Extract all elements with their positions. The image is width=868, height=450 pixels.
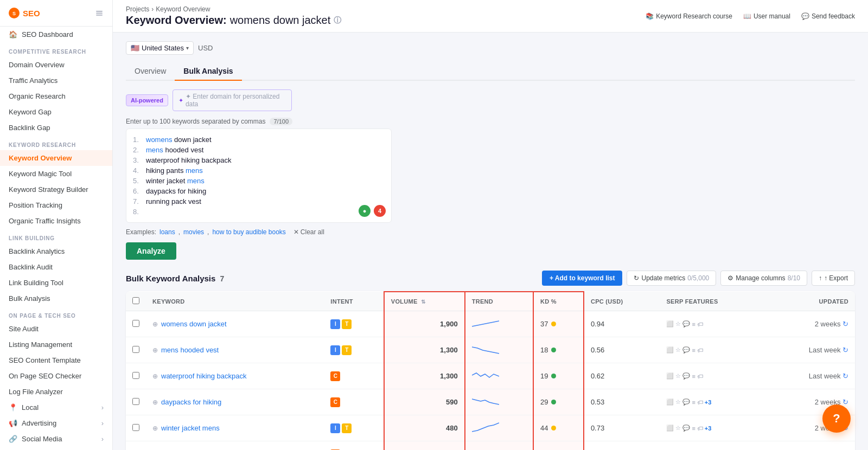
sidebar-item-social-media[interactable]: 🔗 Social Media › xyxy=(0,431,112,447)
select-all-checkbox[interactable] xyxy=(132,297,139,304)
th-select-all[interactable] xyxy=(126,292,146,311)
tab-overview[interactable]: Overview xyxy=(126,62,175,81)
sidebar-item-position-tracking[interactable]: Position Tracking xyxy=(0,197,112,213)
sidebar-item-advertising[interactable]: 📢 Advertising › xyxy=(0,415,112,431)
sidebar-item-backlink-analytics[interactable]: Backlink Analytics xyxy=(0,243,112,259)
serp-list-icon[interactable]: ≡ xyxy=(692,425,695,432)
country-selector[interactable]: 🇺🇸 United States ▾ xyxy=(126,41,194,55)
sidebar-item-keyword-overview[interactable]: Keyword Overview xyxy=(0,150,112,166)
serp-comment-icon[interactable]: 💬 xyxy=(682,372,690,380)
kw-link[interactable]: mens xyxy=(187,177,205,185)
serp-star-icon[interactable]: ☆ xyxy=(675,398,681,406)
serp-screenshot-icon[interactable]: ⬜ xyxy=(666,398,674,406)
th-intent[interactable]: Intent xyxy=(324,292,384,311)
serp-comment-icon[interactable]: 💬 xyxy=(682,425,690,432)
send-feedback-link[interactable]: 💬 Send feedback xyxy=(801,12,855,20)
sidebar-item-content-marketing[interactable]: 📝 Content Marketing › xyxy=(0,447,112,450)
refresh-icon[interactable]: ↻ xyxy=(843,346,848,354)
example-audible[interactable]: how to buy audible books xyxy=(212,228,285,236)
refresh-icon[interactable]: ↻ xyxy=(843,320,848,328)
sidebar-item-local[interactable]: 📍 Local › xyxy=(0,400,112,415)
serp-tag-icon[interactable]: 🏷 xyxy=(697,321,703,327)
serp-list-icon[interactable]: ≡ xyxy=(692,399,695,406)
example-loans[interactable]: loans xyxy=(159,228,175,236)
kw-link[interactable]: womens xyxy=(146,136,172,144)
sidebar-item-backlink-audit[interactable]: Backlink Audit xyxy=(0,259,112,275)
sidebar-item-link-building-tool[interactable]: Link Building Tool xyxy=(0,275,112,291)
serp-star-icon[interactable]: ☆ xyxy=(675,425,681,432)
keyword-add-icon[interactable]: ⊕ xyxy=(152,320,158,328)
keyword-link[interactable]: winter jacket mens xyxy=(161,424,220,432)
keyword-textarea[interactable]: 1.womens down jacket 2.mens hooded vest … xyxy=(126,128,392,223)
serp-screenshot-icon[interactable]: ⬜ xyxy=(666,425,674,432)
info-icon[interactable]: ⓘ xyxy=(334,16,341,25)
keyword-link[interactable]: womens down jacket xyxy=(161,320,227,328)
serp-list-icon[interactable]: ≡ xyxy=(692,347,695,353)
check-icon[interactable]: ● xyxy=(359,205,371,217)
sidebar-item-log-file-analyzer[interactable]: Log File Analyzer xyxy=(0,384,112,400)
sidebar-item-keyword-gap[interactable]: Keyword Gap xyxy=(0,104,112,120)
update-metrics-button[interactable]: ↻ Update metrics 0/5,000 xyxy=(627,271,716,286)
sidebar-collapse-icon[interactable] xyxy=(95,9,104,17)
serp-screenshot-icon[interactable]: ⬜ xyxy=(666,346,674,353)
serp-tag-icon[interactable]: 🏷 xyxy=(697,425,703,432)
keyword-add-icon[interactable]: ⊕ xyxy=(152,398,158,406)
user-manual-link[interactable]: 📖 User manual xyxy=(743,12,790,20)
th-serp[interactable]: SERP Features xyxy=(660,292,767,311)
sidebar-item-organic-research[interactable]: Organic Research xyxy=(0,88,112,104)
refresh-icon[interactable]: ↻ xyxy=(843,372,848,380)
manage-columns-button[interactable]: ⚙ Manage columns 8/10 xyxy=(720,271,807,286)
export-button[interactable]: ↑ ↑ Export xyxy=(812,271,855,286)
keyword-link[interactable]: waterproof hiking backpack xyxy=(161,372,247,380)
row-checkbox[interactable] xyxy=(132,424,139,431)
sidebar-item-site-audit[interactable]: Site Audit xyxy=(0,321,112,337)
serp-tag-icon[interactable]: 🏷 xyxy=(697,373,703,380)
serp-star-icon[interactable]: ☆ xyxy=(675,372,681,380)
keyword-link[interactable]: mens hooded vest xyxy=(161,346,219,354)
help-fab[interactable]: ? xyxy=(822,404,851,433)
keyword-add-icon[interactable]: ⊕ xyxy=(152,346,158,354)
sidebar-item-seo-content-template[interactable]: SEO Content Template xyxy=(0,352,112,368)
th-keyword[interactable]: Keyword xyxy=(146,292,324,311)
kw-link[interactable]: mens xyxy=(146,146,163,154)
keyword-research-course-link[interactable]: 📚 Keyword Research course xyxy=(646,12,732,20)
serp-star-icon[interactable]: ☆ xyxy=(675,320,681,327)
serp-comment-icon[interactable]: 💬 xyxy=(682,320,690,327)
add-to-keyword-list-button[interactable]: + Add to keyword list xyxy=(542,271,623,286)
sidebar-item-keyword-strategy-builder[interactable]: Keyword Strategy Builder xyxy=(0,182,112,197)
serp-tag-icon[interactable]: 🏷 xyxy=(697,347,703,353)
sidebar-item-seo-dashboard[interactable]: 🏠 SEO Dashboard xyxy=(0,27,112,42)
keyword-add-icon[interactable]: ⊕ xyxy=(152,425,158,432)
sidebar-item-backlink-gap[interactable]: Backlink Gap xyxy=(0,120,112,136)
row-checkbox[interactable] xyxy=(132,346,139,353)
row-checkbox[interactable] xyxy=(132,372,139,379)
sidebar-logo[interactable]: S SEO xyxy=(9,8,40,18)
serp-screenshot-icon[interactable]: ⬜ xyxy=(666,320,674,327)
keyword-add-icon[interactable]: ⊕ xyxy=(152,372,158,380)
kw-link[interactable]: mens xyxy=(186,166,203,175)
tab-bulk-analysis[interactable]: Bulk Analysis xyxy=(175,62,241,81)
serp-comment-icon[interactable]: 💬 xyxy=(682,398,690,406)
clear-all-button[interactable]: ✕ Clear all xyxy=(293,228,324,236)
sidebar-item-on-page-seo-checker[interactable]: On Page SEO Checker xyxy=(0,368,112,384)
th-updated[interactable]: Updated xyxy=(767,292,855,311)
sidebar-item-listing-management[interactable]: Listing Management xyxy=(0,337,112,352)
th-volume[interactable]: Volume ⇅ xyxy=(384,292,465,311)
example-movies[interactable]: movies xyxy=(183,228,204,236)
refresh-icon[interactable]: ↻ xyxy=(843,398,848,406)
serp-comment-icon[interactable]: 💬 xyxy=(682,346,690,353)
th-kd[interactable]: KD % xyxy=(533,292,584,311)
keyword-link[interactable]: daypacks for hiking xyxy=(161,398,221,406)
serp-list-icon[interactable]: ≡ xyxy=(692,373,695,380)
analyze-button[interactable]: Analyze xyxy=(126,242,176,260)
th-cpc[interactable]: CPC (USD) xyxy=(584,292,660,311)
serp-tag-icon[interactable]: 🏷 xyxy=(697,399,703,406)
sidebar-item-keyword-magic-tool[interactable]: Keyword Magic Tool xyxy=(0,166,112,182)
row-checkbox[interactable] xyxy=(132,398,139,405)
sidebar-item-bulk-analysis[interactable]: Bulk Analysis xyxy=(0,291,112,306)
serp-list-icon[interactable]: ≡ xyxy=(692,321,695,327)
sidebar-item-domain-overview[interactable]: Domain Overview xyxy=(0,57,112,73)
sidebar-item-traffic-analytics[interactable]: Traffic Analytics xyxy=(0,73,112,88)
sidebar-item-organic-traffic-insights[interactable]: Organic Traffic Insights xyxy=(0,213,112,229)
error-count-badge[interactable]: 4 xyxy=(374,205,386,217)
